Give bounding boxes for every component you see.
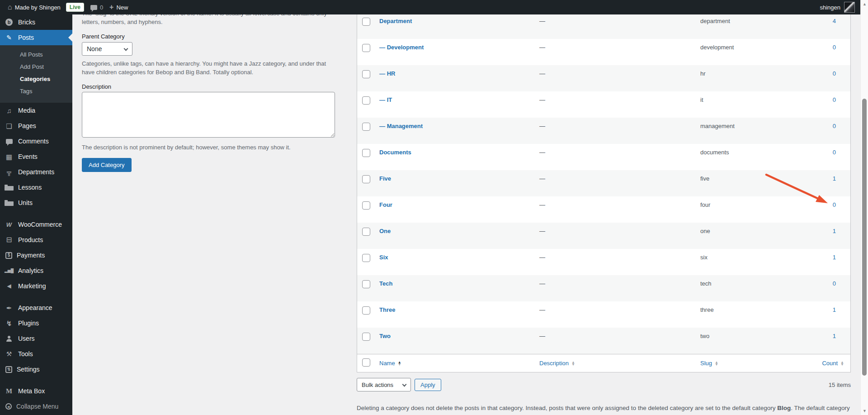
category-name-link[interactable]: Five	[379, 175, 391, 182]
table-row: Five — five 1	[357, 170, 850, 196]
sidebar-item[interactable]: Tools	[0, 346, 72, 362]
comments-shortcut[interactable]: 0	[87, 0, 106, 14]
sidebar-item[interactable]: Units	[0, 195, 72, 210]
submenu-item[interactable]: Categories	[0, 73, 72, 85]
plus-icon: +	[109, 4, 113, 11]
row-checkbox[interactable]	[362, 123, 370, 131]
category-count-link[interactable]: 0	[833, 280, 836, 287]
category-name-link[interactable]: — Development	[379, 44, 424, 51]
category-count-link[interactable]: 0	[833, 44, 836, 51]
sidebar-item-label: Departments	[18, 168, 54, 176]
description-help: The description is not prominent by defa…	[82, 143, 335, 152]
category-count-link[interactable]: 1	[833, 306, 836, 313]
sidebar-item[interactable]: Departments	[0, 164, 72, 180]
category-name-link[interactable]: Department	[379, 18, 412, 24]
sidebar-item[interactable]: Media	[0, 103, 72, 118]
category-count-link[interactable]: 0	[833, 201, 836, 208]
category-count-link[interactable]: 0	[833, 149, 836, 156]
sort-by-slug[interactable]: Slug ▲▼	[700, 360, 718, 367]
sidebar-item[interactable]: Pages	[0, 118, 72, 134]
sort-by-description[interactable]: Description ▲▼	[539, 360, 575, 367]
note-text: Deleting a category does not delete the …	[357, 405, 777, 411]
category-count-link[interactable]: 4	[833, 18, 836, 24]
row-checkbox[interactable]	[362, 70, 370, 78]
sidebar-item[interactable]: Users	[0, 331, 72, 346]
category-slug: development	[696, 44, 792, 65]
add-category-button[interactable]: Add Category	[82, 158, 132, 172]
scrollbar-up-arrow[interactable]: ▲	[861, 2, 868, 6]
category-name-link[interactable]: Tech	[379, 280, 392, 287]
description-header-label: Description	[539, 360, 569, 367]
sidebar-item[interactable]: Analytics	[0, 263, 72, 278]
scrollbar-down-arrow[interactable]: ▼	[861, 409, 868, 413]
sidebar-item[interactable]: Payments	[0, 248, 72, 263]
category-name-link[interactable]: — IT	[379, 96, 392, 103]
row-checkbox[interactable]	[362, 18, 370, 26]
category-count-link[interactable]: 1	[833, 228, 836, 234]
row-checkbox[interactable]	[362, 306, 370, 315]
sidebar-item-posts[interactable]: Posts	[0, 30, 72, 45]
row-checkbox-cell	[357, 280, 376, 301]
category-count-link[interactable]: 0	[833, 96, 836, 103]
parent-category-value: None	[87, 45, 102, 52]
category-count-link[interactable]: 0	[833, 123, 836, 129]
category-name-link[interactable]: — Management	[379, 123, 423, 129]
row-checkbox[interactable]	[362, 254, 370, 262]
user-menu[interactable]: shingen	[820, 2, 860, 13]
sort-by-name[interactable]: Name ▲▼	[379, 360, 401, 367]
row-checkbox[interactable]	[362, 280, 370, 288]
row-checkbox[interactable]	[362, 228, 370, 236]
category-name: Management	[387, 123, 423, 129]
admin-sidebar: Bricks Posts All Posts Add Post Categori…	[0, 14, 72, 415]
child-prefix: —	[379, 70, 387, 77]
sidebar-item[interactable]: Events	[0, 149, 72, 164]
sidebar-item[interactable]: Plugins	[0, 315, 72, 331]
sidebar-item-label: Settings	[17, 366, 40, 373]
sidebar-item-label: Lessons	[18, 184, 42, 191]
sidebar-item[interactable]: Comments	[0, 134, 72, 149]
category-name-link[interactable]: Two	[379, 333, 391, 339]
category-name-link[interactable]: Four	[379, 201, 392, 208]
sidebar-item[interactable]: Products	[0, 232, 72, 248]
scrollbar-thumb[interactable]	[862, 99, 867, 376]
sidebar-item[interactable]: Lessons	[0, 180, 72, 195]
category-count-link[interactable]: 1	[833, 333, 836, 339]
category-name-link[interactable]: — HR	[379, 70, 395, 77]
row-checkbox[interactable]	[362, 201, 370, 210]
category-name-link[interactable]: Three	[379, 306, 395, 313]
description-header-cell: Description ▲▼	[531, 360, 696, 367]
sidebar-item[interactable]: Meta Box	[0, 383, 72, 399]
sidebar-item[interactable]: Appearance	[0, 300, 72, 315]
parent-category-select[interactable]: None	[82, 42, 132, 56]
sidebar-item-icon	[5, 403, 12, 410]
sidebar-item[interactable]: Collapse Menu	[0, 399, 72, 414]
apply-button[interactable]: Apply	[415, 379, 441, 391]
category-name-link[interactable]: Six	[379, 254, 388, 261]
row-checkbox[interactable]	[362, 149, 370, 157]
sidebar-item-label: Tools	[18, 350, 33, 358]
category-count-link[interactable]: 0	[833, 70, 836, 77]
category-count-link[interactable]: 1	[833, 254, 836, 261]
submenu-item[interactable]: All Posts	[0, 48, 72, 61]
submenu-item[interactable]: Add Post	[0, 61, 72, 73]
sort-by-count[interactable]: Count ▲▼	[822, 360, 844, 367]
category-name-link[interactable]: One	[379, 228, 391, 234]
category-count-link[interactable]: 1	[833, 175, 836, 182]
category-name-link[interactable]: Documents	[379, 149, 411, 156]
site-menu[interactable]: ⌂ Made by Shingen Live	[5, 0, 87, 14]
row-checkbox[interactable]	[362, 175, 370, 183]
sidebar-item[interactable]: Settings	[0, 362, 72, 377]
category-count-cell: 1	[792, 254, 850, 275]
sidebar-item[interactable]: WooCommerce	[0, 217, 72, 232]
row-checkbox[interactable]	[362, 96, 370, 105]
submenu-item[interactable]: Tags	[0, 85, 72, 97]
bulk-actions-select[interactable]: Bulk actions	[357, 378, 411, 391]
sidebar-item[interactable]: Marketing	[0, 278, 72, 294]
new-menu[interactable]: + New	[106, 0, 131, 14]
description-textarea[interactable]	[82, 92, 335, 138]
row-checkbox[interactable]	[362, 44, 370, 52]
select-all-checkbox[interactable]	[362, 358, 370, 367]
sidebar-item-bricks[interactable]: Bricks	[0, 14, 72, 30]
sidebar-item-label: Appearance	[18, 304, 52, 311]
row-checkbox[interactable]	[362, 333, 370, 341]
